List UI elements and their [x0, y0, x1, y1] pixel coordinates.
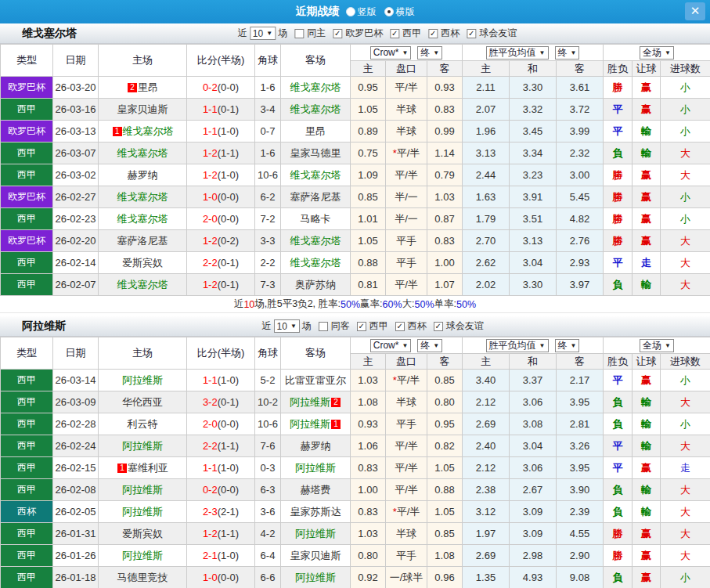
halftime-score: (2-1) — [218, 506, 239, 518]
wdl-result: 勝 — [604, 186, 633, 208]
games-count-select[interactable]: 10▼ — [250, 27, 276, 40]
eu-home-odds: 1.35 — [463, 567, 510, 588]
final-odds-select-2[interactable]: 终▼ — [555, 46, 580, 60]
wdl-result: 平 — [604, 457, 633, 479]
eu-draw-odds: 3.08 — [510, 413, 557, 435]
odds-company-select[interactable]: Crow*▼ — [370, 46, 412, 60]
close-icon[interactable]: ✕ — [685, 2, 705, 20]
away-team-cell: 维戈塞尔塔 — [281, 230, 351, 252]
handicap-result: 輸 — [633, 142, 661, 164]
eu-draw-odds: 3.04 — [510, 435, 557, 457]
goals-result: 小 — [661, 121, 710, 142]
match-table-2: 类型日期主场比分(半场)角球客场Crow*▼终▼胜平负均值▼终▼全场▼主盘口客主… — [0, 337, 710, 588]
ah-away-odds: 1.05 — [427, 457, 463, 479]
eu-away-odds: 2.17 — [557, 370, 604, 391]
eu-away-odds: 9.08 — [557, 567, 604, 588]
home-team-cell: 2里昂 — [99, 77, 187, 99]
chevron-down-icon: ▼ — [665, 49, 671, 56]
away-team-cell: 维戈塞尔塔 — [281, 99, 351, 121]
final-odds-select-2[interactable]: 终▼ — [555, 339, 580, 352]
match-scope-select-value: 全场 — [643, 339, 661, 352]
summary-segment: 近 — [234, 298, 244, 311]
same-venue-checkbox[interactable] — [319, 322, 328, 331]
eu-draw-odds: 4.93 — [510, 567, 557, 588]
ah-away-odds: 0.83 — [427, 230, 463, 252]
wdl-average-select[interactable]: 胜平负均值▼ — [486, 46, 549, 60]
away-team-cell: 阿拉维斯1 — [281, 413, 351, 435]
eu-draw-odds: 3.04 — [510, 252, 557, 274]
match-scope-select[interactable]: 全场▼ — [640, 46, 674, 60]
final-odds-select[interactable]: 终▼ — [417, 339, 442, 352]
halftime-score: (1-0) — [218, 169, 239, 181]
handicap-result: 赢 — [633, 208, 661, 230]
match-type-badge: 西甲 — [1, 164, 53, 186]
games-count-select[interactable]: 10▼ — [274, 319, 300, 333]
goals-result: 大 — [661, 501, 710, 523]
home-team-cell: 利云特 — [99, 413, 187, 435]
eu-home-odds: 1.79 — [463, 208, 510, 230]
match-type-badge: 西甲 — [1, 545, 53, 567]
wdl-result: 負 — [604, 413, 633, 435]
home-team-cell: 皇家贝迪斯 — [99, 99, 187, 121]
league-checkbox[interactable] — [428, 29, 438, 38]
home-column-header: 主场 — [99, 337, 187, 370]
eu-away-odds: 3.99 — [557, 121, 604, 142]
same-venue-checkbox[interactable] — [294, 29, 304, 38]
final-odds-select[interactable]: 终▼ — [417, 46, 442, 60]
league-checkbox[interactable] — [357, 322, 366, 331]
home-team-cell: 维戈塞尔塔 — [99, 186, 187, 208]
league-label: 西杯 — [441, 27, 460, 40]
match-scope-select[interactable]: 全场▼ — [640, 339, 674, 352]
ah-odds-dropdown-cell: Crow*▼终▼ — [351, 337, 463, 354]
match-table-1: 类型日期主场比分(半场)角球客场Crow*▼终▼胜平负均值▼终▼全场▼主盘口客主… — [0, 44, 710, 296]
opponent-team-name: 爱斯宾奴 — [122, 257, 163, 269]
layout-horizontal-radio[interactable]: 横版 — [384, 5, 415, 19]
wdl-average-select[interactable]: 胜平负均值▼ — [486, 339, 549, 352]
chevron-down-icon: ▼ — [539, 342, 546, 349]
league-checkbox[interactable] — [390, 29, 399, 38]
opponent-team-name: 皇家苏斯达 — [290, 506, 341, 518]
summary-segment: 50% — [456, 299, 476, 310]
league-checkbox[interactable] — [395, 322, 405, 331]
fulltime-score: 0-2 — [203, 484, 218, 496]
layout-vertical-radio[interactable]: 竖版 — [346, 5, 377, 19]
focal-team-name: 阿拉维斯 — [295, 528, 336, 539]
league-label: 西杯 — [408, 319, 427, 333]
halftime-score: (0-0) — [218, 484, 239, 496]
match-date: 26-03-07 — [53, 142, 99, 164]
league-label: 西甲 — [369, 319, 388, 333]
eu-away-odds: 2.93 — [557, 252, 604, 274]
league-checkbox[interactable] — [333, 29, 342, 38]
table-row: 欧罗巴杯26-03-202里昂0-2(0-0)1-6维戈塞尔塔0.95平/半0.… — [1, 77, 710, 99]
score-cell: 1-0(0-0) — [187, 186, 255, 208]
red-card-badge: 2 — [331, 398, 341, 407]
opponent-team-name: 皇家马德里 — [290, 147, 341, 159]
title-bar: 近期战绩 竖版 横版 ✕ — [0, 0, 710, 23]
ah-home-odds: 1.09 — [351, 164, 386, 186]
corner-column-header: 角球 — [255, 45, 281, 77]
goals-result: 大 — [661, 523, 710, 545]
opponent-team-name: 赫罗纳 — [301, 440, 331, 452]
score-cell: 1-2(1-1) — [187, 142, 255, 164]
eu-away-odds: 3.90 — [557, 479, 604, 501]
goals-result: 大 — [661, 435, 710, 457]
section-header-2: 阿拉维斯近10▼场同客西甲西杯球会友谊 — [0, 316, 710, 337]
match-type-badge: 西甲 — [1, 567, 53, 588]
ah-home-column-header: 主 — [351, 61, 386, 77]
halftime-score: (0-0) — [218, 572, 239, 583]
league-checkbox[interactable] — [467, 29, 476, 38]
goals-result: 大 — [661, 545, 710, 567]
odds-company-select[interactable]: Crow*▼ — [370, 339, 412, 352]
home-team-cell: 华伦西亚 — [99, 391, 187, 413]
ah-home-odds: 1.03 — [351, 370, 386, 391]
ah-line: 半球 — [386, 99, 427, 121]
league-checkbox[interactable] — [434, 322, 443, 331]
goals-result: 小 — [661, 99, 710, 121]
focal-team-name: 维戈塞尔塔 — [117, 147, 168, 159]
halftime-score: (1-0) — [218, 125, 239, 137]
eu-draw-odds: 3.13 — [510, 230, 557, 252]
handicap-result: 赢 — [633, 523, 661, 545]
chevron-down-icon: ▼ — [571, 49, 577, 56]
score-cell: 2-2(0-1) — [187, 252, 255, 274]
opponent-team-name: 爱斯宾奴 — [122, 528, 163, 539]
